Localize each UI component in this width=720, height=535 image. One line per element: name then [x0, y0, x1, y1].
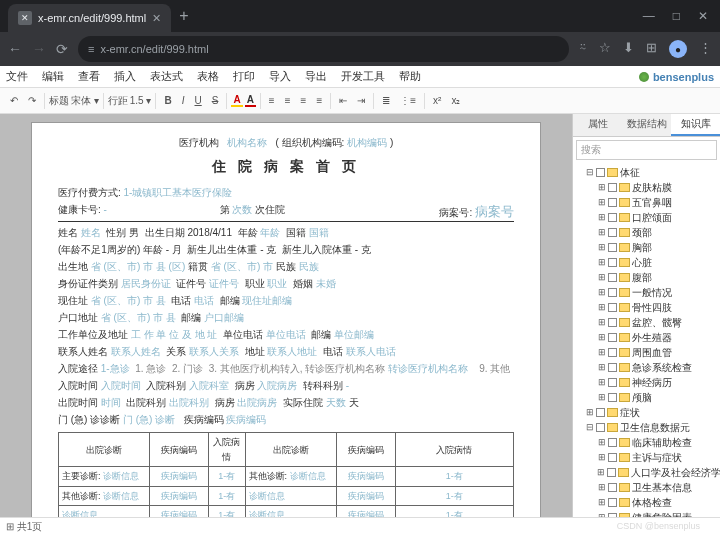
tree-item[interactable]: ⊞腹部 [573, 270, 720, 285]
sub-button[interactable]: x₂ [447, 93, 464, 108]
tree-item[interactable]: ⊞神经病历 [573, 375, 720, 390]
tree-item[interactable]: ⊞盆腔、髋臀 [573, 315, 720, 330]
font-select[interactable]: 宋体 ▾ [71, 94, 99, 108]
tree-item[interactable]: ⊞心脏 [573, 255, 720, 270]
tab-structure[interactable]: 数据结构 [622, 114, 671, 136]
underline-button[interactable]: U [190, 93, 205, 108]
tree-item[interactable]: ⊞临床辅助检查 [573, 435, 720, 450]
tree-item[interactable]: ⊞体格检查 [573, 495, 720, 510]
tree-item[interactable]: ⊞主诉与症状 [573, 450, 720, 465]
editor-canvas[interactable]: 医疗机构 机构名称 ( 组织机构编码: 机构编码 ) 住 院 病 案 首 页 医… [0, 114, 572, 517]
side-panel: 属性 数据结构 知识库 搜索 ⊟体征⊞皮肤粘膜⊞五官鼻咽⊞口腔颌面⊞颈部⊞胸部⊞… [572, 114, 720, 517]
watermark: CSDN @bensenplus [617, 521, 700, 531]
tree-item[interactable]: ⊞颅脑 [573, 390, 720, 405]
window-maximize[interactable]: □ [673, 9, 680, 23]
menu-import[interactable]: 导入 [269, 69, 291, 84]
tree-item[interactable]: ⊞急诊系统检查 [573, 360, 720, 375]
style-label: 标题 [49, 94, 69, 108]
status-bar: ⊞ 共1页 [0, 517, 720, 535]
tree-item[interactable]: ⊞颈部 [573, 225, 720, 240]
tree-item[interactable]: ⊞口腔颌面 [573, 210, 720, 225]
tree-item[interactable]: ⊞五官鼻咽 [573, 195, 720, 210]
table-row: 其他诊断: 诊断信息 疾病编码1-有 诊断信息疾病编码1-有 [59, 486, 514, 505]
indent-dec[interactable]: ⇤ [335, 93, 351, 108]
knowledge-search[interactable]: 搜索 [576, 140, 717, 160]
tree-item[interactable]: ⊞周围血管 [573, 345, 720, 360]
diagnosis-table[interactable]: 出院诊断 疾病编码 入院病情 出院诊断 疾病编码 入院病情 主要诊断: 诊断信息… [58, 432, 514, 517]
align-justify[interactable]: ≡ [312, 93, 326, 108]
app-menubar: 文件 编辑 查看 插入 表达式 表格 打印 导入 导出 开发工具 帮助 bens… [0, 66, 720, 88]
undo-button[interactable]: ↶ [6, 93, 22, 108]
tree-item[interactable]: ⊟体征 [573, 165, 720, 180]
tree-item[interactable]: ⊞胸部 [573, 240, 720, 255]
table-row: 诊断信息疾病编码1-有诊断信息疾病编码1-有 [59, 505, 514, 517]
list-ol[interactable]: ≣ [378, 93, 394, 108]
new-tab-button[interactable]: + [179, 7, 188, 25]
url-text: x-emr.cn/edit/999.html [100, 43, 208, 55]
window-close[interactable]: ✕ [698, 9, 708, 23]
brand-dot-icon [639, 72, 649, 82]
textcolor-button[interactable]: A [231, 94, 242, 107]
tree-item[interactable]: ⊞症状 [573, 405, 720, 420]
table-row: 主要诊断: 诊断信息 疾病编码 1-有 其他诊断: 诊断信息 疾病编码 1-有 [59, 467, 514, 486]
redo-button[interactable]: ↷ [24, 93, 40, 108]
tree-item[interactable]: ⊞外生殖器 [573, 330, 720, 345]
bookmark-icon[interactable]: ☆ [599, 40, 611, 58]
lineheight-label: 行距 [108, 94, 128, 108]
align-right[interactable]: ≡ [297, 93, 311, 108]
align-left[interactable]: ≡ [265, 93, 279, 108]
lineheight-select[interactable]: 1.5 ▾ [130, 95, 152, 106]
forward-icon[interactable]: → [32, 41, 46, 57]
tree-item[interactable]: ⊞皮肤粘膜 [573, 180, 720, 195]
indent-inc[interactable]: ⇥ [353, 93, 369, 108]
tree-item[interactable]: ⊞卫生基本信息 [573, 480, 720, 495]
menu-print[interactable]: 打印 [233, 69, 255, 84]
brand-label: bensenplus [639, 71, 714, 83]
sup-button[interactable]: x² [429, 93, 445, 108]
page-count: 共1页 [17, 520, 43, 534]
menu-icon[interactable]: ⋮ [699, 40, 712, 58]
share-icon[interactable]: ⍨ [579, 40, 587, 58]
tab-properties[interactable]: 属性 [573, 114, 622, 136]
tree-item[interactable]: ⊞一般情况 [573, 285, 720, 300]
download-icon[interactable]: ⬇ [623, 40, 634, 58]
browser-tab[interactable]: ✕ x-emr.cn/edit/999.html ✕ [8, 4, 171, 32]
strike-button[interactable]: S [208, 93, 223, 108]
highlight-button[interactable]: A [245, 94, 256, 107]
tree-item[interactable]: ⊟卫生信息数据元 [573, 420, 720, 435]
site-info-icon[interactable]: ≡ [88, 43, 94, 55]
document-page[interactable]: 医疗机构 机构名称 ( 组织机构编码: 机构编码 ) 住 院 病 案 首 页 医… [31, 122, 541, 517]
address-bar[interactable]: ≡ x-emr.cn/edit/999.html [78, 36, 569, 62]
menu-dev[interactable]: 开发工具 [341, 69, 385, 84]
bold-button[interactable]: B [160, 93, 175, 108]
back-icon[interactable]: ← [8, 41, 22, 57]
toolbar: ↶ ↷ 标题 宋体 ▾ 行距 1.5 ▾ B I U S A A ≡ ≡ ≡ ≡… [0, 88, 720, 114]
align-center[interactable]: ≡ [281, 93, 295, 108]
knowledge-tree[interactable]: ⊟体征⊞皮肤粘膜⊞五官鼻咽⊞口腔颌面⊞颈部⊞胸部⊞心脏⊞腹部⊞一般情况⊞骨性四肢… [573, 163, 720, 517]
menu-expr[interactable]: 表达式 [150, 69, 183, 84]
profile-avatar[interactable]: ● [669, 40, 687, 58]
menu-help[interactable]: 帮助 [399, 69, 421, 84]
reload-icon[interactable]: ⟳ [56, 41, 68, 57]
tab-title: x-emr.cn/edit/999.html [38, 12, 146, 24]
window-minimize[interactable]: — [643, 9, 655, 23]
italic-button[interactable]: I [178, 93, 189, 108]
menu-file[interactable]: 文件 [6, 69, 28, 84]
list-ul[interactable]: ⋮≡ [396, 93, 420, 108]
tab-knowledge[interactable]: 知识库 [671, 114, 720, 136]
snap-icon[interactable]: ⊞ [6, 521, 14, 532]
menu-table[interactable]: 表格 [197, 69, 219, 84]
tree-item[interactable]: ⊞人口学及社会经济学特征 [573, 465, 720, 480]
tab-favicon: ✕ [18, 11, 32, 25]
doc-title: 住 院 病 案 首 页 [58, 155, 514, 177]
menu-insert[interactable]: 插入 [114, 69, 136, 84]
extensions-icon[interactable]: ⊞ [646, 40, 657, 58]
tree-item[interactable]: ⊞骨性四肢 [573, 300, 720, 315]
close-tab-icon[interactable]: ✕ [152, 12, 161, 25]
menu-edit[interactable]: 编辑 [42, 69, 64, 84]
tree-item[interactable]: ⊞健康危险因素 [573, 510, 720, 517]
menu-export[interactable]: 导出 [305, 69, 327, 84]
menu-view[interactable]: 查看 [78, 69, 100, 84]
